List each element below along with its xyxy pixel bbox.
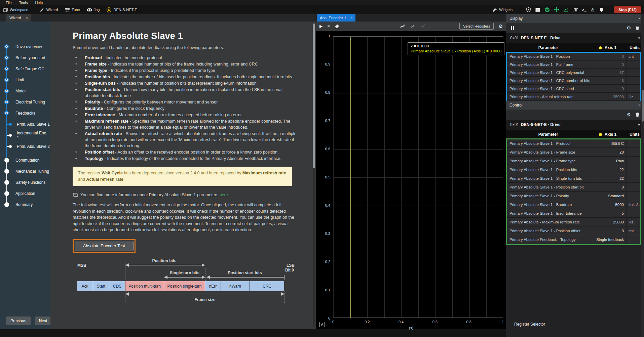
wizard-step[interactable]: Safe Torque Off [0, 63, 50, 74]
parameter-bullet: Baudrate - Configures the clock frequenc… [73, 106, 297, 112]
motion-move-icon[interactable] [554, 7, 559, 12]
next-button[interactable]: Next [35, 317, 52, 325]
shield-status-icon[interactable] [526, 7, 531, 12]
single-turn-bits-label: Single-turn bits [164, 270, 205, 275]
x-tick-label: 0.8 [464, 320, 473, 324]
msb-label: MSB [77, 263, 86, 268]
wizard-step[interactable]: Feedbacks [0, 108, 50, 119]
tab-abs-encoder-1[interactable]: Abs. Encoder 1 × [317, 14, 355, 22]
wizard-step[interactable]: Motor [0, 85, 50, 96]
widgets-button[interactable]: Widgets [492, 7, 513, 12]
wizard-step[interactable]: Prim. Abs. Slave 1 [0, 119, 50, 130]
trash-icon[interactable] [636, 26, 639, 30]
control-section-header: Control × [506, 101, 644, 110]
jog-button[interactable]: Jog [87, 7, 100, 12]
wizard-step[interactable]: Limit [0, 74, 50, 85]
play-icon[interactable]: ▶ [319, 24, 323, 29]
gear-icon[interactable]: ⚙ [498, 24, 503, 29]
wizard-step[interactable]: Safety Functions [0, 177, 50, 188]
wizard-step[interactable]: Commutation [0, 155, 50, 166]
step-dot-icon [9, 123, 12, 126]
trace-points-icon[interactable] [420, 24, 426, 29]
table-row[interactable]: Primary Absolute Slave 1 - Frame size 28 [506, 148, 644, 157]
parameter-bullet: Single-turn bits - Indicates the number … [73, 80, 297, 86]
wizard-tab-strip: Wizard × [0, 14, 316, 22]
wizard-step[interactable]: Electrical Tuning [0, 96, 50, 108]
trash-icon[interactable] [636, 113, 639, 117]
table-row[interactable]: Primary Absolute Slave 1 - CRC number of… [506, 77, 644, 85]
x-tick-label: 0.6 [430, 320, 439, 324]
cursor-line [350, 37, 351, 318]
wizard-step[interactable]: Application [0, 188, 50, 199]
absolute-encoder-test-button[interactable]: Absolute Encoder Test [75, 241, 134, 251]
register-selector-label[interactable]: Register Selector [514, 322, 545, 327]
stop-button[interactable]: Stop (F12) [614, 6, 641, 13]
autoscale-button[interactable]: A [319, 322, 325, 327]
device-status-button[interactable]: DEN-S-NET-E [106, 7, 137, 12]
table-row[interactable]: Primary Absolute Slave 1 - Baudrate 5000… [506, 200, 644, 209]
table-row[interactable]: Primary Absolute Slave 1 - Error toleran… [506, 209, 644, 218]
warnings-icon[interactable]: ⚠ [591, 7, 595, 12]
table-row[interactable]: Primary Absolute Slave 1 - Single-turn b… [506, 174, 644, 183]
menu-item[interactable]: Help [31, 1, 46, 5]
trace-line-icon[interactable] [400, 24, 406, 29]
close-icon[interactable]: × [638, 16, 641, 21]
wizard-step[interactable]: Drive overview [0, 41, 50, 52]
workspace-button[interactable]: Workspace [3, 7, 28, 12]
close-icon[interactable]: × [26, 16, 28, 20]
info-row: You can find more information about Prim… [73, 192, 297, 198]
waveform-icon[interactable] [573, 7, 578, 12]
select-registers-button[interactable]: Select Registers [459, 23, 494, 30]
control-drive-selector[interactable]: 0x01 DEN-S-NET-E - Drive ▾ [506, 120, 644, 130]
monitor-eye-icon[interactable] [544, 7, 550, 12]
menu-item[interactable]: File [2, 1, 15, 5]
table-row[interactable]: Primary Absolute Feedback - Topology Sin… [506, 235, 644, 244]
wizard-button[interactable]: Wizard [39, 7, 58, 12]
wizard-step[interactable]: Incremental Enc. 1 [0, 130, 50, 141]
stop-icon[interactable]: ■ [327, 24, 330, 29]
table-row[interactable]: Primary Absolute Slave 1 - Position offs… [506, 226, 644, 235]
wizard-step[interactable]: Summary [0, 199, 50, 210]
notifications-bell-icon[interactable] [599, 7, 604, 12]
table-row[interactable]: Primary Absolute Slave 1 - CRC polynomia… [506, 69, 644, 77]
panel-scrollbar[interactable] [641, 14, 644, 337]
table-row[interactable]: Primary Absolute Slave 1 - Frame type Ra… [506, 157, 644, 165]
table-row[interactable]: Primary Absolute Slave 1 - Protocol BiSS… [506, 139, 644, 148]
tab-wizard[interactable]: Wizard × [6, 14, 31, 22]
table-row[interactable]: Primary Absolute Slave 1 - Full frame 0 [506, 60, 644, 69]
terminal-icon[interactable]: >_ [582, 8, 586, 12]
content-scrollbar[interactable] [313, 23, 315, 327]
parameter-bullet: Maximum refresh rate - Specifies the max… [73, 118, 297, 130]
eraser-icon[interactable] [334, 24, 340, 29]
display-drive-selector[interactable]: 0x01 DEN-S-NET-E - Drive ▾ [506, 33, 644, 43]
table-row[interactable]: Primary Absolute Slave 1 - Position bits… [506, 165, 644, 174]
gear-icon[interactable]: ⚙ [627, 25, 631, 31]
tune-button[interactable]: Tune [65, 7, 80, 12]
registers-table-icon[interactable] [535, 7, 540, 12]
previous-button[interactable]: Previous [6, 317, 31, 325]
wizard-step[interactable]: Prim. Abs. Slave 2 [0, 141, 50, 152]
close-icon[interactable]: × [350, 16, 353, 20]
trace-dashed-icon[interactable] [410, 24, 416, 29]
table-row[interactable]: Primary Absolute Slave 1 - Polarity Stan… [506, 192, 644, 200]
plot-grid[interactable] [333, 36, 503, 318]
table-row[interactable]: Primary Absolute - Maximum refresh rate … [506, 218, 644, 226]
here-link[interactable]: here. [220, 193, 229, 197]
table-row[interactable]: Primary Absolute Slave 1 - Position star… [506, 183, 644, 192]
menu-item[interactable]: Tools [15, 1, 32, 5]
shield-check-icon [106, 7, 112, 12]
gear-icon[interactable]: ⚙ [627, 112, 631, 117]
axis-color-dot [599, 46, 602, 49]
pause-icon[interactable] [511, 26, 514, 30]
wizard-step[interactable]: Mechanical Tuning [0, 166, 50, 177]
table-row[interactable]: Primary Absolute Slave 1 - Position 0 cn… [506, 52, 644, 60]
parameter-bullet: Error tolerance - Maximum number of erro… [73, 112, 297, 118]
table-row[interactable]: Primary Absolute - Actual refresh rate 2… [506, 93, 644, 101]
close-icon[interactable]: × [638, 103, 641, 108]
table-row[interactable]: Primary Absolute Slave 1 - CRC seed 0 [506, 85, 644, 93]
trace-style-group [400, 24, 426, 29]
step-dot-icon [9, 134, 12, 137]
intro-text: Summit driver could handle an absolute f… [73, 45, 297, 50]
scope-chart-icon[interactable] [563, 7, 569, 12]
wizard-step[interactable]: Before your start [0, 52, 50, 63]
